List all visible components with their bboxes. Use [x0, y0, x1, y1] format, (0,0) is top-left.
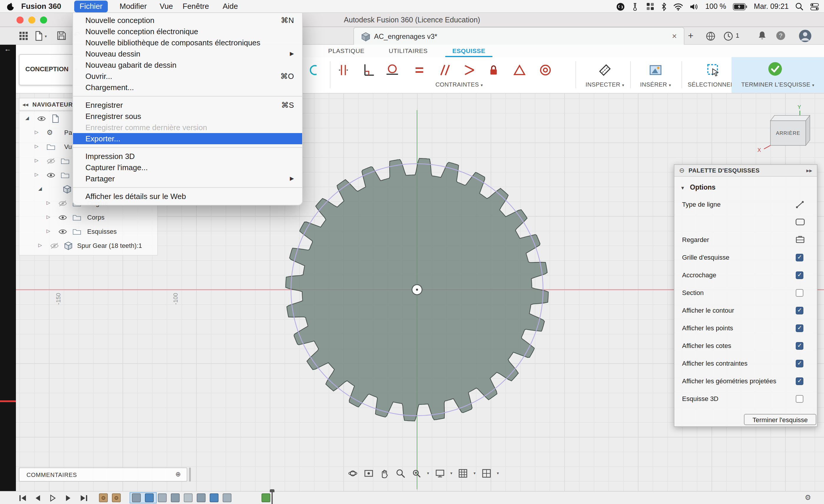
- job-status-icon[interactable]: [706, 31, 716, 41]
- constraint-fix-lock-icon[interactable]: [486, 62, 501, 78]
- constraint-symmetry-icon[interactable]: [462, 62, 477, 78]
- expanded-arrow-icon[interactable]: ◢: [38, 186, 42, 192]
- constraint-horizontal-vertical-icon[interactable]: [336, 62, 351, 78]
- eye-icon[interactable]: [46, 172, 56, 178]
- menu-item-partager[interactable]: Partager▶: [73, 173, 302, 184]
- eye-off-icon[interactable]: [46, 158, 56, 164]
- line-type-icon[interactable]: [795, 200, 805, 210]
- tree-row-corps[interactable]: ▷ Corps: [19, 211, 157, 225]
- constraint-parallel-icon[interactable]: [436, 62, 452, 78]
- menu-item-capturer-image[interactable]: Capturer l'image...: [73, 162, 302, 173]
- shazam-icon[interactable]: [616, 2, 625, 11]
- collapsed-arrow-icon[interactable]: ▷: [35, 172, 38, 177]
- add-comment-icon[interactable]: ⊕: [176, 471, 181, 478]
- orbit-icon[interactable]: [347, 468, 358, 479]
- viewports-icon[interactable]: [481, 468, 492, 479]
- menu-item-enregistrer-sous[interactable]: Enregistrer sous: [73, 111, 302, 122]
- file-menu-icon[interactable]: [34, 31, 43, 41]
- control-center-icon[interactable]: [810, 3, 819, 10]
- menu-aide[interactable]: Aide: [217, 0, 243, 13]
- palette-collapse-minus-icon[interactable]: ⊖: [679, 167, 685, 174]
- timeline-item[interactable]: [184, 493, 193, 502]
- app-grid-icon[interactable]: [646, 2, 655, 11]
- wifi-icon[interactable]: [674, 3, 684, 10]
- display-settings-caret[interactable]: ▾: [450, 471, 452, 476]
- menu-item-nouvelle-bibliotheque[interactable]: Nouvelle bibliothèque de composants élec…: [73, 37, 302, 48]
- timeline-item[interactable]: [132, 493, 141, 502]
- menubar-clock-label[interactable]: Mar. 09:21: [754, 2, 789, 11]
- collapsed-arrow-icon[interactable]: ▷: [35, 144, 38, 149]
- collapsed-arrow-icon[interactable]: ▷: [35, 130, 38, 135]
- menu-item-chargement[interactable]: Chargement...: [73, 82, 302, 93]
- tab-utilitaires[interactable]: UTILITAIRES: [380, 45, 436, 57]
- flask-icon[interactable]: [632, 2, 640, 11]
- new-tab-button[interactable]: +: [688, 31, 694, 41]
- spotlight-search-icon[interactable]: [795, 2, 803, 11]
- data-panel-grid-icon[interactable]: [19, 31, 28, 41]
- checkbox-contour[interactable]: [796, 307, 803, 314]
- eye-icon[interactable]: [58, 214, 67, 221]
- help-icon[interactable]: ?: [776, 31, 785, 40]
- timeline-item[interactable]: [145, 493, 154, 502]
- menu-vue[interactable]: Vue: [154, 0, 178, 13]
- fit-zoom-icon[interactable]: [411, 468, 422, 479]
- menu-item-ouvrir[interactable]: Ouvrir...⌘O: [73, 71, 302, 82]
- collapsed-arrow-icon[interactable]: ▷: [46, 214, 50, 220]
- group-label-inspecter[interactable]: INSPECTER ▾: [579, 81, 631, 90]
- timeline-item[interactable]: [158, 493, 167, 502]
- pan-hand-icon[interactable]: [379, 468, 390, 479]
- viewports-caret[interactable]: ▾: [497, 471, 499, 476]
- collapsed-arrow-icon[interactable]: ▷: [46, 229, 50, 234]
- menu-item-nouvelle-conception-electronique[interactable]: Nouvelle conception électronique: [73, 26, 302, 37]
- tab-esquisse[interactable]: ESQUISSE: [445, 45, 492, 57]
- constraint-perpendicular-icon[interactable]: [360, 62, 376, 78]
- eye-off-icon[interactable]: [50, 243, 59, 249]
- timeline-item-gear[interactable]: ⚙: [112, 493, 121, 502]
- save-icon[interactable]: [57, 31, 67, 41]
- browser-collapse-icon[interactable]: ◀◀: [22, 103, 28, 107]
- display-settings-icon[interactable]: [434, 468, 445, 479]
- constraint-tangent-icon[interactable]: [385, 62, 400, 78]
- timeline-item-gear[interactable]: ⚙: [99, 493, 108, 502]
- look-at-icon[interactable]: [364, 468, 374, 479]
- menu-fichier[interactable]: Fichier: [74, 1, 108, 12]
- menu-item-impression-3d[interactable]: Impression 3D: [73, 151, 302, 162]
- user-avatar[interactable]: [799, 29, 812, 42]
- line-style-icon[interactable]: [795, 218, 805, 226]
- document-tab-close-icon[interactable]: ×: [672, 31, 677, 41]
- apple-menu-icon[interactable]: [6, 2, 15, 11]
- zoom-icon[interactable]: [395, 468, 406, 479]
- tree-row-esquisses[interactable]: ▷ Esquisses: [19, 225, 157, 239]
- menu-item-enregistrer[interactable]: Enregistrer⌘S: [73, 100, 302, 111]
- checkbox-esquisse-3d[interactable]: [796, 395, 803, 403]
- group-label-contraintes[interactable]: CONTRAINTES ▾: [422, 81, 496, 90]
- collapsed-arrow-icon[interactable]: ▷: [46, 200, 50, 206]
- options-section-header[interactable]: ▼ Options: [680, 181, 716, 192]
- timeline-item[interactable]: [171, 493, 180, 502]
- group-label-terminer[interactable]: TERMINER L'ESQUISSE ▾: [731, 81, 824, 90]
- timeline-item-sketch[interactable]: [262, 493, 270, 502]
- file-menu-caret[interactable]: ▾: [45, 34, 47, 39]
- insert-canvas-icon[interactable]: [648, 62, 663, 78]
- group-label-inserer[interactable]: INSÉRER ▾: [633, 81, 678, 90]
- checkbox-contraintes[interactable]: [796, 360, 803, 367]
- timeline-item[interactable]: [223, 493, 231, 502]
- constraint-triangle-icon[interactable]: [512, 62, 527, 78]
- checkbox-accrochage[interactable]: [796, 271, 803, 279]
- extensions-clock-icon[interactable]: [723, 31, 733, 41]
- timeline-position-marker[interactable]: [272, 492, 273, 504]
- constraint-equal-icon[interactable]: [412, 62, 427, 78]
- checkbox-grille[interactable]: [796, 254, 803, 261]
- menu-item-nouveau-dessin[interactable]: Nouveau dessin▶: [73, 48, 302, 59]
- checkbox-cotes[interactable]: [796, 342, 803, 350]
- grid-settings-caret[interactable]: ▾: [474, 471, 476, 476]
- timeline-skip-end-icon[interactable]: [80, 495, 88, 502]
- palette-collapse-right-icon[interactable]: ▶▶: [806, 168, 812, 173]
- comments-bar[interactable]: COMMENTAIRES ⊕: [19, 468, 187, 482]
- menu-item-afficher-details-web[interactable]: Afficher les détails sur le Web: [73, 191, 302, 202]
- fit-zoom-caret[interactable]: ▾: [427, 471, 429, 476]
- grid-settings-icon[interactable]: [457, 468, 468, 479]
- eye-off-icon[interactable]: [58, 200, 67, 207]
- back-arrow-icon[interactable]: ←: [4, 45, 11, 53]
- viewcube[interactable]: Y ARRIÈRE X: [754, 103, 813, 156]
